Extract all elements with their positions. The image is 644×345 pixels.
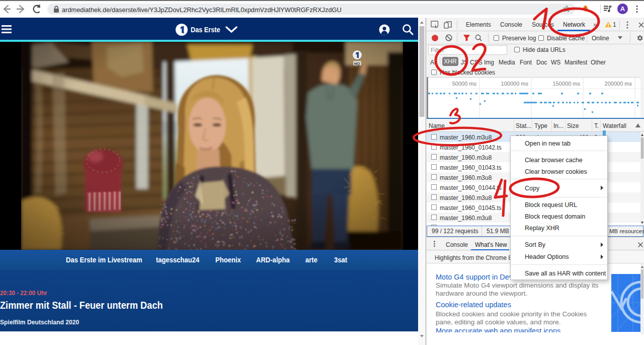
svg-text:100000 ms: 100000 ms (501, 81, 529, 87)
svg-text:150000 ms: 150000 ms (553, 81, 581, 87)
svg-text:HQ: HQ (354, 61, 360, 65)
svg-text:200000 ms: 200000 ms (605, 81, 632, 87)
svg-text:50000 ms: 50000 ms (452, 81, 477, 87)
